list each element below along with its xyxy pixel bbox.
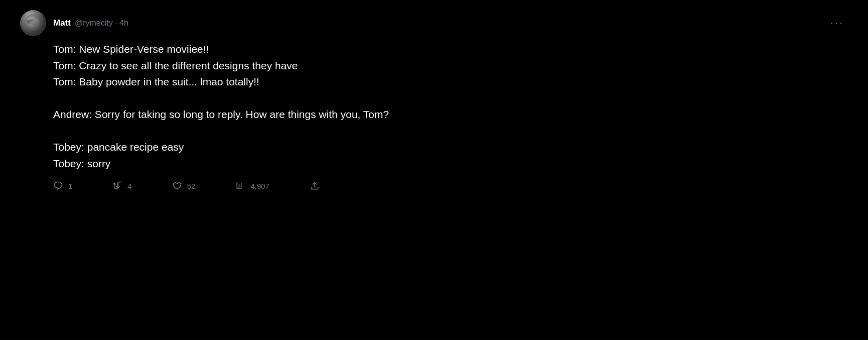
reply-action[interactable]: 1 xyxy=(53,181,72,191)
retweet-action[interactable]: 4 xyxy=(112,181,131,191)
retweet-count: 4 xyxy=(127,182,131,190)
handle[interactable]: @rymecity xyxy=(75,19,113,27)
tweet-header: Matt @rymecity · 4h ··· xyxy=(20,10,848,36)
user-info: Matt @rymecity · 4h xyxy=(53,18,128,28)
share-icon xyxy=(310,181,320,191)
tweet-text: Tom: New Spider-Verse moviiee!! Tom: Cra… xyxy=(53,41,848,172)
like-count: 52 xyxy=(187,182,196,190)
reply-count: 1 xyxy=(68,182,72,190)
tweet-time[interactable]: 4h xyxy=(119,19,128,27)
heart-icon xyxy=(172,181,182,191)
like-action[interactable]: 52 xyxy=(172,181,196,191)
retweet-icon xyxy=(112,181,122,191)
tweet-header-left: Matt @rymecity · 4h xyxy=(20,10,128,36)
handle-time: @rymecity · 4h xyxy=(75,19,128,28)
reply-icon xyxy=(53,181,63,191)
avatar[interactable] xyxy=(20,10,46,36)
share-action[interactable] xyxy=(310,181,320,191)
separator: · xyxy=(115,19,119,27)
views-action[interactable]: 4,907 xyxy=(235,181,269,191)
tweet-card: Matt @rymecity · 4h ··· Tom: New Spider-… xyxy=(0,0,868,199)
views-count: 4,907 xyxy=(250,182,269,190)
tweet-actions: 1 4 52 4,907 xyxy=(20,181,848,191)
views-icon xyxy=(235,181,245,191)
tweet-content: Tom: New Spider-Verse moviiee!! Tom: Cra… xyxy=(20,41,848,172)
username[interactable]: Matt xyxy=(53,18,71,28)
more-options-button[interactable]: ··· xyxy=(826,15,848,32)
